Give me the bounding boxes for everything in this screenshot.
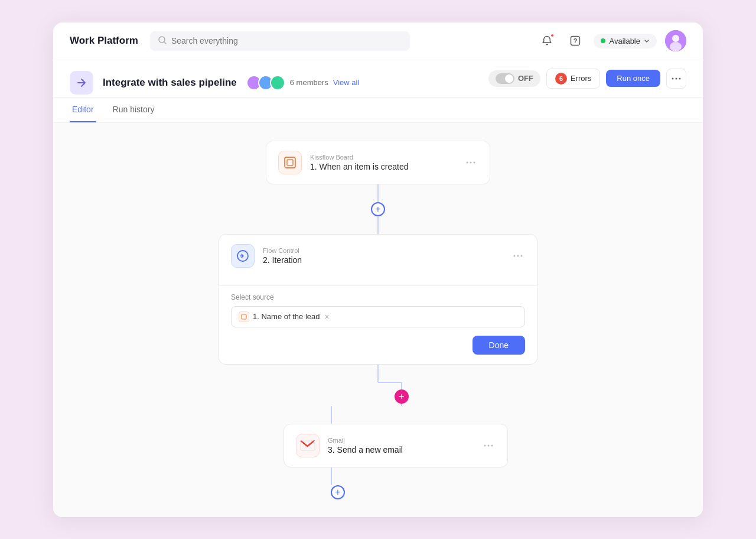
notification-dot [550, 33, 555, 38]
app-container: Work Platform ? [53, 22, 703, 517]
svg-point-8 [676, 77, 677, 79]
iteration-node-title: 2. Iteration [263, 255, 503, 265]
iteration-node-more[interactable] [511, 252, 525, 259]
help-button[interactable]: ? [565, 31, 585, 51]
logo: Work Platform [70, 35, 138, 47]
branch-add-button[interactable]: + [395, 389, 409, 404]
gmail-node[interactable]: Gmail 3. Send a new email [284, 424, 508, 467]
errors-button[interactable]: 6 Errors [546, 69, 600, 89]
connector-3 [331, 406, 332, 424]
sub-header-right: OFF 6 Errors Run once [488, 69, 686, 89]
svg-point-6 [670, 42, 682, 51]
source-input[interactable]: 1. Name of the lead × [231, 306, 525, 327]
header: Work Platform ? [53, 22, 703, 60]
svg-point-9 [679, 77, 681, 79]
svg-point-13 [470, 161, 472, 163]
toggle-switch [496, 73, 514, 84]
svg-point-25 [488, 444, 490, 446]
run-once-button[interactable]: Run once [606, 70, 660, 87]
connector-4 [331, 467, 332, 485]
trigger-node-content: Kissflow Board 1. When an item is create… [310, 154, 455, 171]
iteration-node-label: Flow Control [263, 247, 503, 254]
done-button[interactable]: Done [472, 336, 525, 355]
svg-point-18 [521, 255, 523, 256]
select-source-label: Select source [231, 293, 525, 301]
member-avatar-3 [270, 75, 285, 90]
svg-point-24 [484, 444, 486, 446]
connector-2 [377, 216, 379, 234]
svg-rect-19 [242, 314, 246, 319]
add-button-1[interactable]: + [371, 202, 385, 216]
kissflow-icon [278, 151, 302, 174]
sub-header: Integrate with sales pipeline 6 members … [53, 60, 703, 98]
notification-button[interactable] [537, 31, 557, 51]
done-row: Done [231, 336, 525, 355]
tab-editor[interactable]: Editor [70, 98, 96, 122]
gmail-node-wrapper: Gmail 3. Send a new email + [284, 406, 508, 499]
svg-point-12 [467, 161, 468, 163]
header-right: ? Available [537, 30, 686, 51]
member-avatars [246, 75, 285, 90]
search-input[interactable] [171, 36, 402, 46]
workflow-icon [70, 71, 93, 95]
search-icon [158, 36, 167, 46]
error-count: 6 [555, 73, 567, 85]
gmail-node-more[interactable] [481, 442, 496, 449]
canvas: Kissflow Board 1. When an item is create… [53, 123, 703, 517]
source-remove-button[interactable]: × [324, 312, 329, 322]
gmail-icon [296, 434, 320, 457]
source-tag-icon [239, 311, 249, 322]
tabs: Editor Run history [53, 98, 703, 123]
toggle-knob [505, 74, 513, 83]
svg-text:?: ? [573, 37, 578, 44]
branch-connector: + [319, 365, 437, 406]
svg-point-5 [672, 35, 679, 42]
members-count: 6 members [290, 78, 328, 87]
search-bar[interactable] [150, 31, 410, 51]
status-label: Available [609, 37, 640, 46]
trigger-node-label: Kissflow Board [310, 154, 455, 161]
iteration-body: Select source 1. Name of the lead × [219, 285, 537, 364]
trigger-node-title: 1. When an item is created [310, 162, 455, 171]
iteration-header: Flow Control 2. Iteration [219, 235, 537, 277]
trigger-node-more[interactable] [464, 159, 478, 166]
add-button-2[interactable]: + [331, 485, 345, 499]
source-tag-label: 1. Name of the lead [253, 312, 320, 321]
svg-line-1 [164, 42, 166, 44]
status-dot [601, 38, 605, 43]
gmail-node-label: Gmail [328, 437, 473, 444]
svg-point-16 [514, 255, 516, 256]
members-row: 6 members View all [246, 75, 360, 90]
gmail-node-content: Gmail 3. Send a new email [328, 437, 473, 454]
gmail-node-title: 3. Send a new email [328, 445, 473, 454]
svg-point-17 [517, 255, 519, 256]
errors-label: Errors [571, 74, 591, 83]
svg-point-26 [491, 444, 493, 446]
flow-wrapper: Kissflow Board 1. When an item is create… [53, 141, 703, 499]
svg-point-14 [474, 161, 475, 163]
avatar[interactable] [665, 30, 686, 51]
toggle-label: OFF [518, 74, 533, 83]
workflow-title: Integrate with sales pipeline [103, 77, 237, 89]
svg-rect-11 [287, 160, 293, 165]
source-tag: 1. Name of the lead [239, 311, 320, 322]
status-badge[interactable]: Available [594, 34, 657, 48]
more-options-button[interactable] [666, 69, 686, 89]
iteration-node[interactable]: Flow Control 2. Iteration Select source [219, 234, 537, 365]
iteration-node-content: Flow Control 2. Iteration [263, 247, 503, 265]
tab-run-history[interactable]: Run history [110, 98, 157, 122]
flow-ctrl-icon [231, 244, 255, 268]
trigger-node[interactable]: Kissflow Board 1. When an item is create… [266, 141, 490, 184]
toggle-button[interactable]: OFF [488, 70, 540, 87]
connector-1 [377, 184, 379, 202]
svg-point-7 [672, 77, 674, 79]
svg-rect-10 [285, 157, 295, 168]
view-all-link[interactable]: View all [333, 78, 360, 87]
